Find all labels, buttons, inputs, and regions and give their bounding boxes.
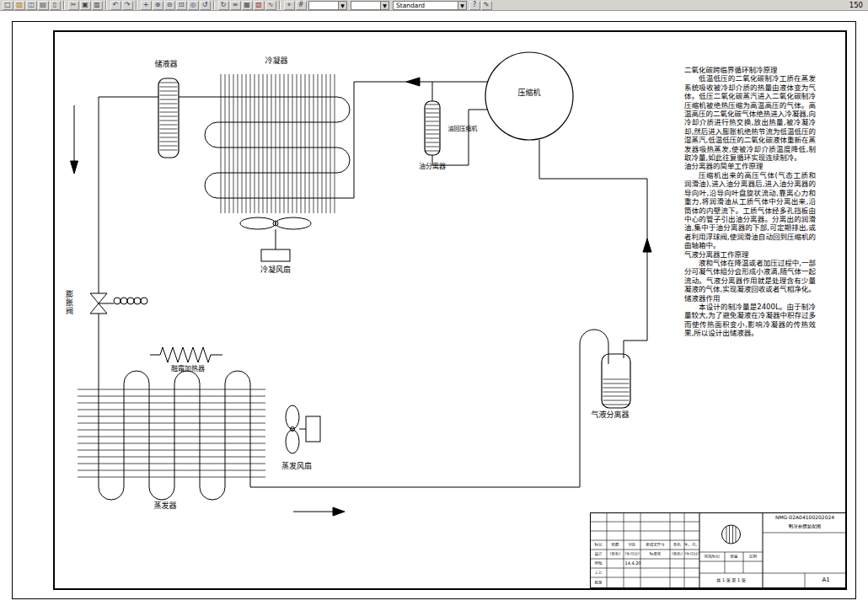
style-combobox[interactable]: Standard ▼ <box>393 1 467 10</box>
print-button[interactable]: ▤ <box>38 1 49 10</box>
flow-arrow-down <box>71 161 78 174</box>
zoom-extents-button[interactable]: ◎ <box>188 1 199 10</box>
save-file-button[interactable]: ◫ <box>26 1 37 10</box>
color-control-button[interactable]: ▧ <box>254 1 265 10</box>
layer-properties-button[interactable]: ▦ <box>242 1 253 10</box>
titleblock-date-hint: (年月日) <box>624 552 640 556</box>
redo-button[interactable]: ↷ <box>122 1 133 10</box>
linetype-button[interactable]: ∿ <box>265 1 276 10</box>
receiver-symbol[interactable] <box>158 78 179 158</box>
note-section-heading: 储液器作用 <box>684 294 816 303</box>
condenser-label: 冷凝器 <box>265 57 287 66</box>
toolbar-icon-group-right: ?✎ <box>469 1 492 10</box>
redraw-button[interactable]: ↻ <box>218 1 229 10</box>
print-preview-icon: ▯ <box>53 2 56 8</box>
grid-icon: # <box>298 2 304 8</box>
receiver-label: 储液器 <box>154 61 177 69</box>
layer-properties-icon: ▦ <box>244 2 250 8</box>
zoom-out-button[interactable]: ⊖ <box>164 1 175 10</box>
zoom-previous-button[interactable]: ↺ <box>200 1 211 10</box>
save-file-icon: ◫ <box>28 2 35 8</box>
evaporator-fins[interactable] <box>78 389 265 477</box>
titleblock-col-mark: 标记 <box>590 543 607 547</box>
color-combobox[interactable]: ▼ <box>351 1 389 10</box>
evaporator-fan-label: 蒸发风扇 <box>281 463 312 471</box>
zoom-out-icon: ⊖ <box>167 2 173 8</box>
note-section-body: 压缩机出来的高压气体(气态工质和润滑油),进入油分离器后,进入油分离器的导向叶,… <box>684 171 816 250</box>
zoom-value: 150 <box>849 1 866 9</box>
print-preview-button[interactable]: ▯ <box>50 1 61 10</box>
oil-return-label: 油回压缩机 <box>448 126 478 133</box>
style-combobox-value: Standard <box>396 2 425 9</box>
liquid-pipe <box>99 97 158 293</box>
note-section-body: 低温低压的二氧化碳制冷工质在蒸发系统吸收被冷却介质的热量由液体变为气体。低压二氧… <box>684 74 816 162</box>
object-snap-icon: ⌖ <box>287 2 292 8</box>
flow-arrow-right <box>333 507 345 516</box>
undo-button[interactable]: ↶ <box>110 1 121 10</box>
titleblock-stage-mark: 阶段标记 <box>699 555 725 559</box>
titleblock-row-design: 设计 <box>590 552 607 556</box>
titleblock-date-value: 14.4.20 <box>624 561 642 566</box>
toolbar-separator <box>136 1 137 9</box>
toolbar-separator <box>105 1 107 9</box>
open-file-button[interactable]: ▨ <box>14 1 25 10</box>
refrigerant-piping[interactable] <box>99 82 647 500</box>
object-snap-button[interactable]: ⌖ <box>284 1 295 10</box>
copy-button[interactable]: ▣ <box>80 1 91 10</box>
chevron-down-icon[interactable]: ▼ <box>458 2 466 9</box>
gas-liquid-separator-symbol[interactable] <box>602 354 630 408</box>
toolbar-icon-group: □▨◫▤▯✂▣▥↶↷+⊕⊖⊡◎↺↻≡▦▧∿⌖# <box>2 1 307 10</box>
titleblock-col-sign: 签名 <box>670 543 684 547</box>
grid-button[interactable]: # <box>296 1 307 10</box>
new-file-button[interactable]: □ <box>3 1 13 10</box>
pan-button[interactable]: + <box>141 1 152 10</box>
condenser-fins[interactable] <box>221 74 335 213</box>
expansion-valve-label: 膨胀阀 <box>64 290 72 315</box>
cut-button[interactable]: ✂ <box>68 1 79 10</box>
toolbar-separator <box>279 1 281 9</box>
evaporator-coil <box>99 371 250 500</box>
expansion-valve-symbol[interactable] <box>90 293 147 314</box>
chevron-down-icon[interactable]: ▼ <box>380 2 388 9</box>
titleblock-drawing-no: NMG-02A04100202024 <box>764 515 845 520</box>
toolbar-separator <box>213 1 215 9</box>
note-section-heading: 气液分离器工作原理 <box>684 250 816 259</box>
flow-arrow-left <box>406 78 420 86</box>
paste-button[interactable]: ▥ <box>92 1 103 10</box>
chevron-down-icon[interactable]: ▼ <box>338 2 346 9</box>
evaporator-fan-symbol[interactable] <box>286 405 320 453</box>
layers-button[interactable]: ≡ <box>230 1 241 10</box>
toolbar-separator <box>63 1 65 9</box>
draw-tool-icon: ✎ <box>484 2 490 8</box>
titleblock-row-standard: 标准化 <box>640 552 670 556</box>
flow-arrow-up <box>643 239 651 252</box>
paste-icon: ▥ <box>94 2 100 8</box>
titleblock-col-count: 处数 <box>607 543 624 547</box>
compressor-label: 压缩机 <box>517 89 540 98</box>
condenser-fan-symbol[interactable] <box>240 217 311 261</box>
titleblock-scale: 比例 <box>743 555 763 559</box>
zoom-window-button[interactable]: ⊡ <box>176 1 187 10</box>
titleblock-drawing-name: 制冷系统装配图 <box>764 524 845 529</box>
drawing-canvas[interactable]: 储液器 冷凝器 压缩机 油回压缩机 油分离器 冷凝风扇 膨胀阀 融霜加热器 蒸发… <box>0 0 868 606</box>
note-section-heading: 二氧化碳跨临界循环制冷原理 <box>684 66 816 74</box>
gas-liquid-separator-label: 气液分离器 <box>591 411 629 420</box>
titleblock-row-review: 审核 <box>590 561 607 566</box>
titleblock-sign-hint-2: (签名) <box>670 552 684 556</box>
zoom-in-button[interactable]: ⊕ <box>153 1 163 10</box>
layer-combobox[interactable]: ▼ <box>308 1 347 10</box>
draw-tool-button[interactable]: ✎ <box>481 1 492 10</box>
note-section-body: 本设计的制冷量是2400L。由于制冷量较大,为了避免凝液在冷凝器中积存过多而使传… <box>684 303 816 338</box>
titleblock-col-date: 年、月、日 <box>684 543 699 547</box>
titleblock-weight: 质量 <box>725 555 743 559</box>
title-block: 标记 处数 分区 更改文件号 签名 年、月、日 设计 (签名) (年月日) 标准… <box>590 512 847 588</box>
defrost-heater-symbol[interactable] <box>150 347 222 362</box>
note-section-heading: 油分离器的简单工作原理 <box>684 162 816 170</box>
condenser-fan-label: 冷凝风扇 <box>260 266 291 275</box>
zoom-extents-icon: ◎ <box>190 2 196 8</box>
linetype-icon: ∿ <box>268 2 274 8</box>
notes-text-block: 二氧化碳跨临界循环制冷原理低温低压的二氧化碳制冷工质在蒸发系统吸收被冷却介质的热… <box>684 66 816 338</box>
help-button[interactable]: ? <box>469 1 480 10</box>
oil-separator-symbol[interactable] <box>425 101 440 155</box>
condenser-coil <box>179 97 354 198</box>
